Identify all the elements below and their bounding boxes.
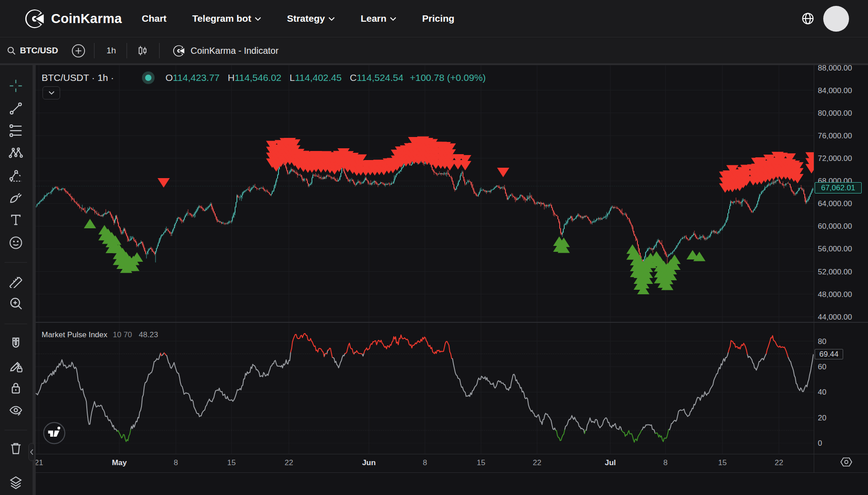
nav-item-label: Telegram bot [192, 13, 251, 24]
legend-collapse-button[interactable] [42, 86, 60, 99]
avatar[interactable] [823, 6, 849, 32]
price-axis[interactable]: 88,000.0084,000.0080,000.0076,000.0072,0… [818, 65, 852, 448]
drawbar-collapse-handle[interactable] [28, 443, 35, 461]
osc-tick-label: 0 [818, 439, 822, 448]
tool-crosshair[interactable] [6, 76, 26, 96]
nav-item-pricing[interactable]: Pricing [422, 13, 454, 24]
coinkarma-logo-icon [24, 9, 45, 29]
crosshair-icon [8, 78, 24, 94]
indicator-logo-icon [173, 45, 185, 57]
last-price-tag: 67,062.01 [815, 182, 862, 193]
osc-tick-label: 20 [818, 414, 826, 422]
zoom-in-icon [8, 296, 24, 311]
price-tick-label: 72,000.00 [818, 154, 852, 163]
tool-forecast[interactable] [6, 165, 26, 185]
tool-zoom-in[interactable] [6, 293, 26, 313]
tool-brush[interactable] [6, 188, 26, 207]
tool-trend-line[interactable] [6, 99, 26, 118]
timezone-settings-gear-icon[interactable] [841, 458, 852, 466]
price-series [36, 158, 813, 264]
ohlc-values: O114,423.77 H114,546.02 L114,402.45 C114… [165, 72, 486, 83]
time-tick-label: 21 [36, 458, 43, 467]
price-tick-label: 84,000.00 [818, 86, 852, 95]
nav-item-strategy[interactable]: Strategy [287, 13, 335, 24]
trend-line-icon [8, 101, 24, 116]
time-tick-label: May [112, 458, 127, 467]
price-tick-label: 88,000.00 [818, 65, 852, 72]
tool-hide[interactable] [6, 401, 26, 420]
interval-button[interactable]: 1h [106, 46, 116, 56]
osc-tick-label: 80 [818, 337, 826, 346]
symbol-label: BTC/USD [20, 46, 58, 56]
tool-magnet[interactable] [6, 334, 26, 354]
globe-icon[interactable] [801, 12, 815, 25]
price-tick-label: 64,000.00 [818, 199, 852, 208]
forecast-icon [8, 168, 24, 183]
time-tick-label: 8 [663, 458, 667, 467]
osc-tick-label: 40 [818, 388, 826, 396]
legend-symbol: BTC/USDT · 1h · [42, 72, 114, 83]
tool-trash[interactable] [6, 438, 26, 458]
chevron-down-icon [328, 17, 335, 21]
time-tick-label: 22 [533, 458, 542, 467]
oscillator-legend[interactable]: Market Pulse Index 10 70 48.23 [42, 330, 158, 339]
text-icon [8, 212, 24, 227]
main-legend[interactable]: BTC/USDT · 1h · O114,423.77 H114,546.02 … [42, 71, 486, 84]
compare-add-icon[interactable] [71, 44, 85, 58]
brush-icon [8, 190, 24, 205]
edit-lock-icon [8, 358, 24, 373]
candles-style-icon[interactable] [137, 45, 148, 57]
price-tick-label: 76,000.00 [818, 132, 852, 140]
trash-icon [8, 441, 24, 456]
price-tick-label: 56,000.00 [818, 245, 852, 253]
tool-layers[interactable] [6, 472, 26, 492]
ruler-icon [8, 273, 24, 288]
tool-emoji[interactable] [6, 233, 26, 253]
nav-item-telegram-bot[interactable]: Telegram bot [192, 13, 261, 24]
fib-retracement-icon [8, 123, 24, 138]
tool-xabcd-pattern[interactable] [6, 143, 26, 163]
drawbar-separator[interactable] [33, 65, 36, 495]
time-tick-label: 15 [477, 458, 486, 467]
nav-item-label: Pricing [422, 13, 454, 24]
price-tick-label: 60,000.00 [818, 222, 852, 231]
chevron-left-icon [30, 449, 34, 455]
tool-lock[interactable] [6, 378, 26, 398]
search-icon [6, 46, 16, 56]
tool-text[interactable] [6, 210, 26, 230]
price-tick-label: 44,000.00 [818, 313, 852, 321]
nav-item-label: Strategy [287, 13, 325, 24]
tool-fib-retracement[interactable] [6, 121, 26, 141]
time-tick-label: 22 [775, 458, 783, 467]
toolbar-divider [5, 324, 27, 324]
chart-area[interactable]: 88,000.0084,000.0080,000.0076,000.0072,0… [36, 65, 868, 495]
tradingview-logo[interactable] [43, 422, 66, 444]
time-tick-label: 22 [285, 458, 293, 467]
symbol-search[interactable]: BTC/USD [6, 46, 58, 56]
time-axis[interactable]: 21May81522Jun81522Jul81522 [36, 458, 783, 467]
tool-edit-lock[interactable] [6, 356, 26, 376]
oscillator-series [36, 334, 813, 442]
toolbar-divider [5, 262, 27, 263]
nav-item-label: Learn [361, 13, 387, 24]
chart-toolbar: BTC/USD 1h CoinKarma - Indicator [0, 38, 868, 63]
oscillator-inputs: 10 70 [113, 330, 132, 339]
tool-ruler[interactable] [6, 270, 26, 290]
magnet-icon [8, 336, 24, 351]
layers-icon [8, 475, 24, 490]
hide-icon [8, 403, 24, 418]
indicator-title[interactable]: CoinKarma - Indicator [191, 46, 279, 56]
brand[interactable]: CoinKarma [24, 9, 122, 29]
price-tick-label: 48,000.00 [818, 290, 852, 299]
oscillator-value: 48.23 [139, 330, 158, 339]
time-tick-label: Jul [605, 458, 616, 467]
time-tick-label: 15 [227, 458, 236, 467]
drawing-toolbar [0, 65, 33, 495]
price-tick-label: 52,000.00 [818, 268, 852, 276]
time-tick-label: 8 [174, 458, 178, 467]
nav-menu: ChartTelegram botStrategyLearnPricing [142, 13, 455, 24]
chevron-down-icon [390, 17, 396, 21]
nav-item-chart[interactable]: Chart [142, 13, 167, 24]
oscillator-value-tag: 69.44 [815, 349, 843, 359]
nav-item-learn[interactable]: Learn [361, 13, 396, 24]
